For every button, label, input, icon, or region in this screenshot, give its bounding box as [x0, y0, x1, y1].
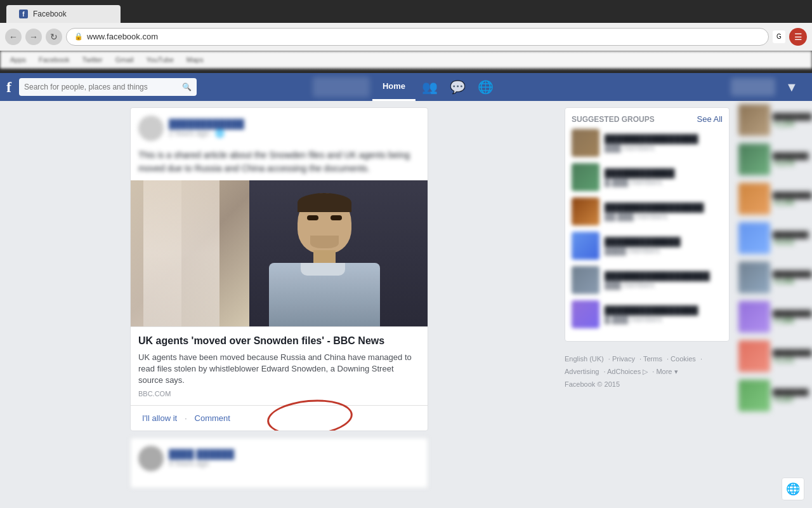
far-right-thumb	[738, 183, 770, 215]
post-time: 2 hours ago · 🌐	[169, 129, 420, 138]
group-info: █████████████████ ██,███ members	[605, 203, 723, 221]
group-thumb	[572, 129, 599, 157]
bookmarks-bar: Apps Facebook Twitter Gmail YouTube Maps	[0, 51, 812, 69]
group-name: ████████████	[605, 168, 723, 178]
figure-collar	[301, 263, 345, 276]
far-right-count: +3,456	[773, 277, 812, 285]
far-right-count: +7,890	[773, 317, 812, 324]
far-right-thumb	[738, 301, 770, 333]
post-actions-wrapper: I'll allow it · Comment	[131, 405, 428, 431]
group-members: ████ members	[605, 246, 723, 255]
search-bar[interactable]: 🔍	[19, 78, 197, 96]
group-thumb	[572, 197, 599, 225]
post-link-content: UK agents 'moved over Snowden files' - B…	[131, 326, 428, 405]
address-bar[interactable]: 🔒 www.facebook.com	[66, 28, 769, 46]
figure-hair	[298, 193, 351, 212]
nav-globe-icon[interactable]: 🌐	[471, 73, 499, 101]
post-meta: ████████████ 2 hours ago · 🌐	[169, 119, 420, 138]
right-sidebar: SUGGESTED GROUPS See All ███████████████…	[558, 101, 736, 508]
footer-copyright: Facebook © 2015	[565, 378, 730, 391]
post-avatar	[138, 116, 164, 141]
person-figure	[256, 187, 396, 326]
extension-icons: G	[773, 30, 785, 43]
far-right-count: +9,012	[773, 238, 809, 246]
tab-label: Facebook	[33, 10, 67, 18]
footer-language[interactable]: English (UK)	[565, 355, 604, 363]
group-name: ██████████████████	[605, 271, 723, 281]
group-item: ████████████████ ███ members	[572, 129, 723, 157]
footer-privacy[interactable]: Privacy	[612, 355, 635, 363]
footer-terms[interactable]: Terms	[643, 355, 662, 363]
far-right-info: ████████████ +1,234	[773, 113, 812, 128]
far-right-count: +1,111	[773, 356, 812, 364]
nav-home[interactable]: Home	[372, 73, 416, 101]
footer-cookies[interactable]: Cookies	[671, 355, 696, 363]
search-input[interactable]	[24, 83, 178, 91]
nav-messages-icon[interactable]: 💬	[443, 73, 471, 101]
figure-chin	[310, 236, 339, 248]
globe-icon[interactable]: 🌐	[782, 478, 804, 500]
group-thumb	[572, 232, 599, 260]
post-card-2: ████ ██████ 4 hours ago	[130, 438, 428, 488]
ssl-lock-icon: 🔒	[74, 32, 83, 41]
group-name: █████████████	[605, 237, 723, 246]
far-right-thumb	[738, 380, 770, 411]
group-members: ███ members	[605, 144, 723, 152]
footer-adchoices[interactable]: AdChoices ▷	[607, 368, 648, 375]
far-right-count: +1,234	[773, 120, 812, 128]
far-right-info: ████████ +5,678	[773, 152, 809, 167]
account-button-blurred[interactable]	[731, 78, 775, 96]
post-content-text: This is a shared article about the Snowd…	[131, 149, 428, 180]
suggested-groups-title: SUGGESTED GROUPS See All	[572, 114, 723, 124]
forward-button[interactable]: →	[25, 29, 42, 45]
like-button[interactable]: I'll allow it	[138, 411, 181, 425]
post-article-image	[131, 180, 428, 326]
tab-favicon: f	[19, 10, 28, 18]
nav-profile-blurred	[313, 77, 370, 97]
bookmark-item[interactable]: Maps	[181, 55, 209, 65]
bookmark-item[interactable]: YouTube	[141, 55, 179, 65]
bookmark-item[interactable]: Facebook	[34, 55, 74, 65]
far-right-thumb	[738, 144, 770, 175]
facebook-logo: f	[6, 79, 11, 96]
far-right-info: █████████ +7,890	[773, 310, 812, 324]
far-right-count: +4,567	[773, 396, 809, 403]
far-right-info: ██████████ +2,345	[773, 192, 812, 206]
group-thumb	[572, 266, 599, 294]
far-right-info: ███████████ +3,456	[773, 271, 812, 285]
footer-advertising[interactable]: Advertising	[565, 368, 599, 375]
google-ext-icon[interactable]: G	[773, 30, 785, 43]
reload-button[interactable]: ↻	[46, 29, 62, 45]
far-right-thumb	[738, 104, 770, 136]
group-info: ████████████████ ███ members	[605, 134, 723, 152]
chrome-menu-button[interactable]: ☰	[789, 28, 807, 46]
far-right-item: ████████ +4,567	[736, 377, 812, 415]
footer-more[interactable]: More ▾	[656, 368, 678, 375]
globe-button[interactable]: 🌐	[782, 478, 804, 500]
nav-friends-icon[interactable]: 👥	[416, 73, 443, 101]
figure-eye-left	[307, 215, 318, 220]
far-right-item: ████████████ +1,234	[736, 101, 812, 139]
post-meta-2: ████ ██████ 4 hours ago	[169, 449, 420, 468]
header-right-nav: ▼	[731, 73, 806, 101]
group-thumb	[572, 163, 599, 191]
comment-button[interactable]: Comment	[191, 411, 234, 425]
browser-tab-active[interactable]: f Facebook	[6, 5, 121, 23]
nav-settings-icon[interactable]: ▼	[778, 73, 806, 101]
bookmark-item[interactable]: Gmail	[110, 55, 139, 65]
post-card-1: ████████████ 2 hours ago · 🌐 This is a s…	[130, 107, 428, 431]
action-separator: ·	[185, 414, 187, 423]
fb-main: ████████████ 2 hours ago · 🌐 This is a s…	[0, 101, 812, 508]
figure-head	[298, 193, 351, 253]
back-button[interactable]: ←	[5, 29, 22, 45]
far-right-thumb	[738, 340, 770, 372]
group-item: ████████████████ █,███ members	[572, 300, 723, 328]
far-right-info: ████████ +4,567	[773, 389, 809, 403]
post-link-title: UK agents 'moved over Snowden files' - B…	[138, 335, 420, 348]
search-icon: 🔍	[182, 83, 192, 91]
feed-inner: ████████████ 2 hours ago · 🌐 This is a s…	[130, 107, 428, 502]
bookmark-item[interactable]: Twitter	[77, 55, 107, 65]
bookmark-item[interactable]: Apps	[5, 55, 31, 65]
post-header: ████████████ 2 hours ago · 🌐	[131, 108, 428, 149]
see-all-link[interactable]: See All	[697, 114, 723, 124]
